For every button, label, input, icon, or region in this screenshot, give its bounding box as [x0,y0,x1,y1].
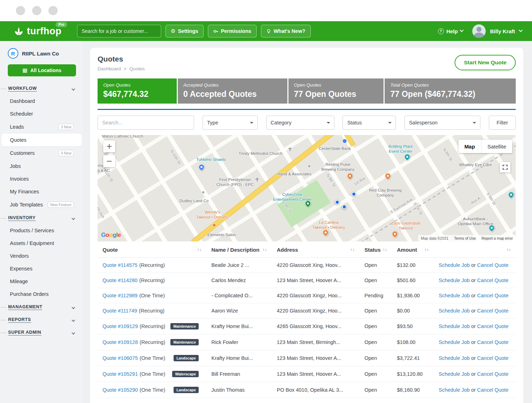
quote-link[interactable]: Quote #112989 [103,293,138,298]
map-quote-marker[interactable] [335,200,340,205]
map-pin-whatley[interactable] [507,191,515,199]
sidebar-section-workflow[interactable]: WORKFLOW [0,82,83,95]
map-pin-tuhkimo[interactable] [198,163,206,171]
cancel-quote-link[interactable]: Cancel Quote [477,293,509,298]
stat-open-quotes-count[interactable]: Open Quotes 77 Open Quotes [288,78,384,104]
sort-icon[interactable]: ↑↓ [506,248,511,252]
zoom-in-button[interactable]: + [103,140,115,152]
sidebar-item-vendors[interactable]: Vendors [0,250,83,262]
start-new-quote-button[interactable]: Start New Quote [455,55,516,70]
user-menu[interactable]: Billy Kraft [490,28,515,34]
map-view-button[interactable]: Map [458,140,481,153]
map-marker-dot[interactable] [308,165,311,168]
report-link[interactable]: Report a map error [481,236,513,240]
sidebar-item-job-templates[interactable]: Job TemplatesNew Feature [0,198,83,211]
chevron-down-icon[interactable] [519,28,522,32]
quote-link[interactable]: Quote #114575 [103,262,138,268]
schedule-job-link[interactable]: Schedule Job [439,355,470,361]
sort-icon[interactable]: ↑↓ [382,248,387,252]
stat-total-open[interactable]: Total Open Quotes 77 Open ($467,774.32) [385,78,516,104]
window-control-dot[interactable] [32,6,41,15]
quote-link[interactable]: Quote #109128 [103,339,138,345]
help-menu[interactable]: ? Help [438,28,463,34]
schedule-job-link[interactable]: Schedule Job [439,278,470,283]
quote-link[interactable]: Quote #105291 [103,371,138,377]
brand-logo[interactable]: turfhop Pro [13,26,62,37]
settings-button[interactable]: ⚙ Settings [165,25,204,37]
cancel-quote-link[interactable]: Cancel Quote [477,371,509,377]
column-header-actions[interactable]: ↑↓ [434,242,516,258]
sidebar-section-management[interactable]: MANAGEMENT [0,300,83,313]
schedule-job-link[interactable]: Schedule Job [439,339,470,345]
status-select[interactable]: Status [343,116,396,130]
map-quote-marker[interactable] [342,205,347,209]
type-select[interactable]: Type [203,116,258,130]
map-pin-red-clay[interactable] [384,172,392,180]
cancel-quote-link[interactable]: Cancel Quote [477,355,509,361]
schedule-job-link[interactable]: Schedule Job [439,387,470,393]
map-marker-wendys[interactable] [212,223,216,227]
sort-icon[interactable]: ↑↓ [424,248,429,252]
breadcrumb-dashboard[interactable]: Dashboard [98,66,121,71]
map-marker-bank[interactable] [343,139,347,144]
map-pin-zazu[interactable] [391,230,399,238]
window-control-dot[interactable] [48,6,58,15]
fullscreen-button[interactable] [500,162,510,173]
sidebar-item-jobs[interactable]: Jobs [0,160,83,173]
filter-button[interactable]: Filter [489,116,516,130]
sort-icon[interactable]: ↑↓ [197,248,201,252]
cancel-quote-link[interactable]: Cancel Quote [477,323,509,329]
avatar[interactable] [472,24,486,38]
column-header-address[interactable]: Address↑↓ [272,242,359,258]
sidebar-item-products-services[interactable]: Products / Services [0,224,83,237]
cancel-quote-link[interactable]: Cancel Quote [477,308,509,314]
terms-link[interactable]: Terms of Use [454,236,476,240]
stat-accepted-quotes[interactable]: Accepted Quotes 0 Accepted Quotes [178,78,287,104]
sidebar-item-scheduler[interactable]: Scheduler [0,107,83,120]
window-control-dot[interactable] [16,6,25,15]
map[interactable]: 4th Ave N 11th St N 10th St N 9th St N 8… [98,135,516,241]
cancel-quote-link[interactable]: Cancel Quote [477,387,509,393]
sidebar-section-super-admin[interactable]: SUPER ADMIN [0,326,83,339]
sidebar-item-quotes[interactable]: Quotes [1,134,82,146]
column-header-quote[interactable]: Quote↑↓ [98,242,206,258]
sidebar-item-dashboard[interactable]: Dashboard [0,95,83,107]
map-marker-dot[interactable] [202,191,205,194]
column-header-amount[interactable]: Amount↑↓ [392,242,434,258]
sidebar-section-inventory[interactable]: INVENTORY [0,211,83,224]
sidebar-item-leads[interactable]: Leads3 New [0,120,83,134]
salesperson-select[interactable]: Salesperson [404,116,480,130]
sidebar-item-expenses[interactable]: Expenses [0,262,83,275]
google-logo[interactable]: Google [101,232,121,239]
column-header-name[interactable]: Name / Description↑↓ [206,242,272,258]
stat-open-quotes-amount[interactable]: Open Quotes $467,774.32 [98,78,177,104]
sidebar-item-mileage[interactable]: Mileage [0,275,83,288]
schedule-job-link[interactable]: Schedule Job [439,293,470,298]
schedule-job-link[interactable]: Schedule Job [439,371,470,377]
quote-link[interactable]: Quote #106075 [103,355,138,361]
all-locations-button[interactable]: ▦ All Locations [8,64,76,76]
quote-link[interactable]: Quote #105290 [103,387,138,393]
category-select[interactable]: Category [266,116,334,130]
cancel-quote-link[interactable]: Cancel Quote [477,262,509,268]
sidebar-section-reports[interactable]: REPORTS [0,313,83,326]
map-pin-resting-pulse[interactable] [346,172,354,180]
cancel-quote-link[interactable]: Cancel Quote [477,339,509,345]
schedule-job-link[interactable]: Schedule Job [439,308,470,314]
company-switcher[interactable]: R RIIPL Lawn Co [0,45,83,62]
sidebar-item-invoices[interactable]: Invoices [0,173,83,185]
quote-link[interactable]: Quote #109129 [103,323,138,329]
quote-link[interactable]: Quote #114280 [103,278,138,283]
quote-link[interactable]: Quote #111749 [103,308,137,314]
sort-icon[interactable]: ↑↓ [262,248,267,252]
quotes-search-input[interactable] [98,116,194,130]
sort-icon[interactable]: ↑↓ [350,248,355,252]
schedule-job-link[interactable]: Schedule Job [439,323,470,329]
cancel-quote-link[interactable]: Cancel Quote [477,278,509,283]
column-header-status[interactable]: Status↑↓ [359,242,392,258]
zoom-out-button[interactable]: − [103,155,115,167]
permissions-button[interactable]: Permissions [208,25,257,37]
sidebar-item-purchase-orders[interactable]: Purchase Orders [0,288,83,300]
global-search-input[interactable] [77,25,161,37]
satellite-view-button[interactable]: Satellite [481,140,512,153]
